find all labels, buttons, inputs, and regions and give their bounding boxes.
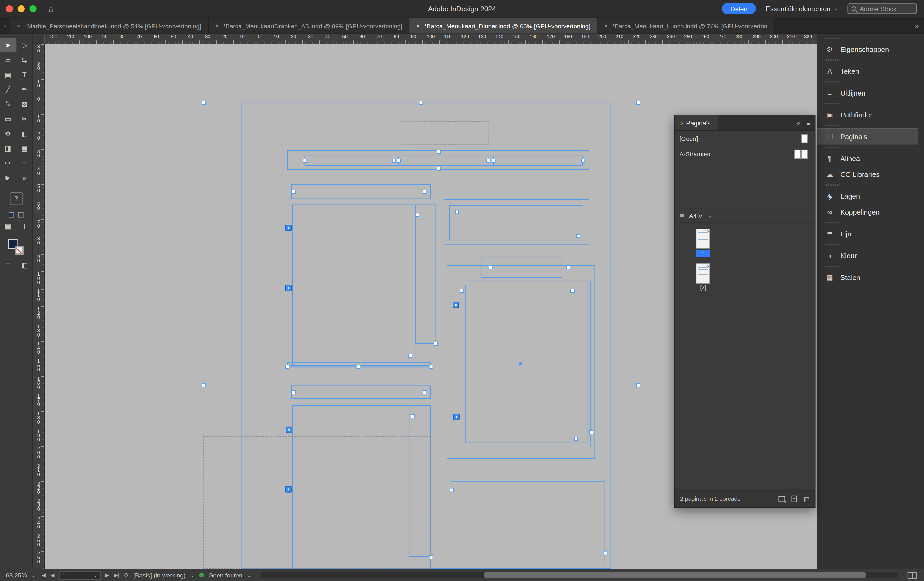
layout-frame[interactable] (493, 156, 583, 165)
scrollbar-thumb[interactable] (484, 572, 866, 578)
selection-handle[interactable] (589, 430, 593, 434)
dock-item-eigenschappen[interactable]: ⚙Eigenschappen (817, 41, 918, 57)
master-page-thumbnail[interactable] (795, 149, 801, 158)
gradient-swatch-tool[interactable]: ◧ (16, 126, 33, 141)
layout-frame[interactable] (481, 256, 562, 277)
free-transform-tool[interactable]: ✥ (0, 126, 16, 141)
layout-frame[interactable] (465, 285, 587, 443)
dock-item-kleur[interactable]: ◑Kleur (817, 248, 918, 263)
selection-handle[interactable] (419, 101, 423, 105)
page-tool[interactable]: ▱ (0, 53, 16, 67)
panel-group-handle[interactable] (817, 144, 924, 150)
horizontal-scrollbar[interactable] (261, 572, 898, 578)
last-page-button[interactable]: ▶| (114, 572, 119, 578)
selection-handle[interactable] (434, 342, 438, 346)
page-rotation-icon[interactable]: ⟳ (124, 572, 129, 578)
anchored-object-badge[interactable] (452, 302, 459, 308)
panel-group-handle[interactable] (817, 122, 924, 129)
master-page-thumbnail[interactable] (802, 134, 808, 143)
gradient-feather-tool[interactable]: ◨ (0, 141, 16, 156)
help-tool[interactable]: ? (10, 192, 23, 205)
screen-mode-normal[interactable]: ◻ (0, 257, 16, 272)
rectangle-tool[interactable]: ▭ (0, 111, 16, 126)
tab-overflow-icon[interactable]: » (910, 22, 924, 29)
panel-collapse-icon[interactable]: » (796, 119, 800, 126)
selection-handle[interactable] (437, 150, 441, 154)
selection-handle[interactable] (488, 265, 493, 269)
note-tool[interactable]: ▤ (16, 141, 33, 156)
layout-frame[interactable] (203, 436, 431, 569)
horizontal-ruler[interactable]: 1201101009080706050403020100102030405060… (45, 34, 817, 44)
zoom-level[interactable]: 63,25% (6, 571, 27, 579)
panel-group-handle[interactable] (817, 241, 924, 248)
tab-close-icon[interactable]: × (416, 21, 420, 30)
layout-frame[interactable] (449, 205, 583, 241)
panel-group-handle[interactable] (817, 263, 924, 269)
page-thumbnail[interactable]: A (696, 263, 710, 283)
master-row-none[interactable]: [Geen] (675, 131, 815, 146)
page-number-field[interactable]: 1 ⌄ (59, 571, 101, 579)
ruler-origin-box[interactable] (33, 34, 45, 44)
panel-group-handle[interactable] (817, 57, 924, 63)
selection-handle[interactable] (574, 437, 578, 441)
chevron-down-icon[interactable]: ⌄ (31, 573, 36, 578)
mini-fill-swatch[interactable] (9, 212, 14, 218)
direct-selection-tool[interactable]: ▷ (16, 38, 33, 53)
panel-collapse-icon[interactable]: « (0, 23, 10, 28)
line-tool[interactable]: ╱ (0, 82, 16, 97)
preflight-profile[interactable]: [Basis] (in werking) (133, 571, 185, 579)
color-theme-tool[interactable]: ◌ (16, 156, 33, 170)
selection-handle[interactable] (455, 210, 459, 214)
apply-container-toggle[interactable]: ▣ (0, 219, 16, 233)
panel-menu-icon[interactable]: ≡ (807, 119, 810, 126)
anchored-object-badge[interactable] (285, 224, 292, 231)
share-button[interactable]: Delen (721, 3, 756, 14)
panel-group-handle[interactable] (817, 101, 924, 107)
pen-tool[interactable]: ✒ (16, 82, 33, 97)
dock-item-lijn[interactable]: ≣Lijn (817, 226, 918, 241)
selection-handle[interactable] (356, 365, 360, 369)
dock-item-pathfinder[interactable]: ▣Pathfinder (817, 107, 918, 122)
panel-group-handle[interactable] (817, 35, 924, 41)
hand-tool[interactable]: ☛ (0, 170, 16, 185)
selection-handle[interactable] (422, 390, 426, 394)
selection-handle[interactable] (566, 265, 570, 269)
layout-frame[interactable] (451, 481, 605, 563)
layout-frame[interactable] (305, 156, 398, 165)
layout-frame[interactable] (416, 205, 436, 344)
anchored-object-badge[interactable] (286, 427, 292, 433)
pages-panel-tab[interactable]: ◇ Pagina's (675, 116, 718, 130)
selection-handle[interactable] (392, 158, 396, 163)
scissors-tool[interactable]: ✂ (16, 111, 33, 126)
selection-handle[interactable] (422, 190, 426, 194)
selection-handle[interactable] (429, 555, 433, 559)
document-tab[interactable]: ×*Barca_Menukaart_Lunch.indd @ 76% [GPU-… (597, 18, 775, 34)
dock-item-pagina-s[interactable]: ❐Pagina's (817, 129, 918, 144)
panel-group-handle[interactable] (817, 182, 924, 188)
chevron-down-icon[interactable]: ⌄ (190, 573, 195, 578)
adobe-stock-search[interactable]: Adobe Stock (847, 3, 917, 14)
selection-handle[interactable] (292, 390, 295, 394)
selection-tool[interactable]: ➤ (0, 38, 16, 53)
layout-frame[interactable] (398, 156, 493, 165)
selection-handle[interactable] (486, 158, 490, 163)
mini-stroke-swatch[interactable] (18, 212, 24, 218)
home-icon[interactable]: ⌂ (48, 3, 54, 13)
workspace-switcher[interactable]: Essentiële elementen ⌄ (766, 5, 838, 12)
dock-item-teken[interactable]: ATeken (817, 63, 918, 79)
panel-group-handle[interactable] (817, 220, 924, 226)
selection-handle[interactable] (408, 353, 412, 358)
minimize-window-icon[interactable] (18, 5, 25, 12)
anchored-object-badge[interactable] (285, 285, 292, 291)
selection-handle[interactable] (416, 213, 419, 217)
selection-handle[interactable] (285, 365, 289, 369)
gap-tool[interactable]: ⇆ (16, 53, 33, 67)
page-size-row[interactable]: ≣ A4 V ⌄ (675, 209, 815, 223)
new-page-icon[interactable] (792, 496, 797, 502)
selection-handle[interactable] (637, 383, 640, 387)
layout-frame[interactable] (291, 185, 431, 199)
screen-mode-preview[interactable]: ◧ (16, 257, 33, 272)
dock-item-cc-libraries[interactable]: ☁CC Libraries (817, 166, 918, 182)
selection-handle[interactable] (411, 414, 415, 418)
master-page-thumbnail[interactable] (802, 149, 808, 158)
